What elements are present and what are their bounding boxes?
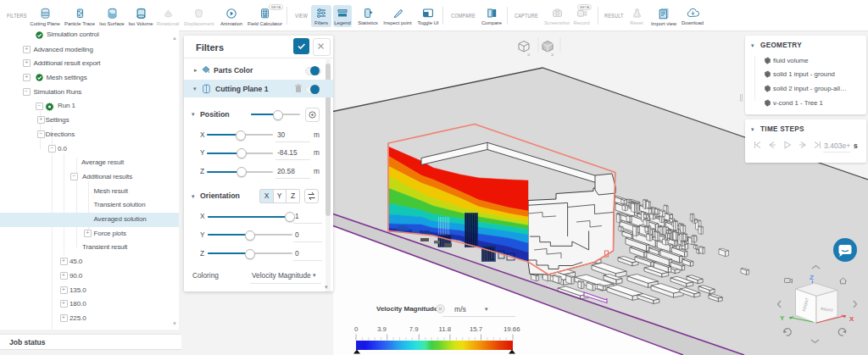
- svg-text:3.9: 3.9: [377, 325, 387, 333]
- svg-text:X: X: [849, 315, 854, 323]
- svg-text:15.7: 15.7: [470, 325, 482, 333]
- svg-text:11.8: 11.8: [438, 325, 451, 333]
- svg-text:Y: Y: [780, 314, 785, 322]
- svg-text:0: 0: [354, 325, 359, 333]
- svg-text:19.66: 19.66: [504, 325, 520, 333]
- svg-text:7.9: 7.9: [409, 325, 419, 333]
- svg-text:Z: Z: [810, 274, 814, 281]
